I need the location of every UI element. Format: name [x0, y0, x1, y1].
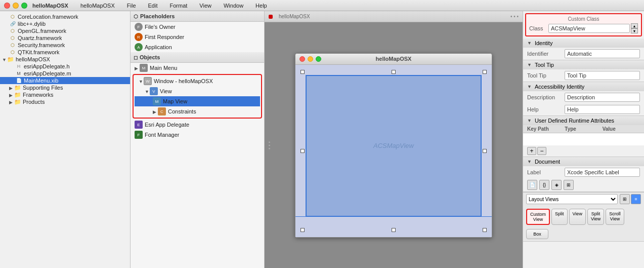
list-btn[interactable]: ≡: [631, 194, 641, 204]
desc-input[interactable]: [565, 93, 640, 102]
maximize-button[interactable]: [21, 3, 27, 9]
tree-label: OpenGL.framework: [18, 28, 66, 34]
tree-item-products[interactable]: ▶ 📁 Products: [0, 98, 130, 105]
objects-icon: ◻: [134, 55, 138, 60]
identifier-input[interactable]: [565, 49, 640, 58]
obj-constraints[interactable]: ▶ C Constraints: [135, 106, 260, 117]
accessibility-header[interactable]: ▼ Accessibility Identity: [523, 82, 644, 91]
triangle-icon[interactable]: ▶: [135, 66, 139, 70]
doc-label-input[interactable]: [565, 168, 640, 177]
resize-handle-left[interactable]: [300, 149, 305, 153]
tree-item-frameworks[interactable]: ▶ 📁 Frameworks: [0, 91, 130, 98]
tooltip-field-label: Tool Tip: [527, 72, 563, 79]
resize-handle-tl[interactable]: [300, 70, 305, 74]
obj-view[interactable]: ▼ V View: [135, 86, 260, 96]
tooltip-header[interactable]: ▼ Tool Tip: [523, 60, 644, 69]
placeholders-header: ⬡ Placeholders: [131, 11, 264, 22]
close-button[interactable]: [4, 3, 10, 9]
class-input[interactable]: [548, 24, 630, 33]
split-btn[interactable]: Split: [551, 209, 568, 225]
tree-item-esrih[interactable]: H esriAppDelegate.h: [0, 63, 130, 70]
doc-icon-page[interactable]: 📄: [527, 180, 537, 190]
doc-icon-3d[interactable]: ◈: [551, 180, 562, 190]
split-view-btn[interactable]: SplitView: [587, 209, 604, 225]
resize-handle-top[interactable]: [392, 70, 396, 74]
esri-icon: E: [135, 121, 143, 129]
user-defined-header[interactable]: ▼ User Defined Runtime Attributes: [523, 116, 644, 125]
add-attribute-btn[interactable]: +: [527, 147, 536, 155]
tree-item-supporting[interactable]: ▶ 📁 Supporting Files: [0, 84, 130, 91]
tree-item-coreloc[interactable]: ⬡ CoreLocation.framework: [0, 13, 130, 20]
triangle-icon[interactable]: ▶: [9, 93, 13, 97]
resize-handle-br[interactable]: [483, 228, 487, 232]
placeholder-firstresponder[interactable]: R First Responder: [131, 32, 264, 42]
menu-icon: M: [140, 64, 148, 72]
obj-mapview[interactable]: M Map View: [135, 96, 260, 106]
remove-attribute-btn[interactable]: −: [537, 147, 546, 155]
identity-header[interactable]: ▼ Identity: [523, 39, 644, 48]
menu-file[interactable]: File: [125, 2, 138, 10]
close-canvas-btn[interactable]: [269, 15, 273, 19]
menu-helomac[interactable]: helloMapOSX: [78, 2, 117, 10]
obj-window[interactable]: ▼ W Window - helloMapOSX: [135, 76, 260, 86]
triangle-icon[interactable]: ▼: [2, 57, 6, 61]
menu-window[interactable]: Window: [222, 2, 245, 10]
grid-btn[interactable]: ⊞: [620, 194, 630, 204]
resize-handle-bl[interactable]: [300, 228, 305, 232]
tree-item-opengl[interactable]: ⬡ OpenGL.framework: [0, 27, 130, 34]
view-btn[interactable]: View: [569, 209, 586, 225]
xib-icon: 📄: [15, 78, 22, 84]
tree-item-hellomac[interactable]: ▼ 📁 helloMapOSX: [0, 56, 130, 63]
triangle-icon[interactable]: ▼: [139, 79, 143, 83]
menu-edit[interactable]: Edit: [146, 2, 160, 10]
layout-views-select[interactable]: Layout Views: [526, 194, 618, 204]
triangle-icon[interactable]: ▼: [145, 89, 149, 93]
triangle-icon[interactable]: ▶: [153, 109, 157, 113]
menu-format[interactable]: Format: [167, 2, 189, 10]
menu-view[interactable]: View: [197, 2, 213, 10]
resize-handle-right[interactable]: [483, 149, 487, 153]
sim-min-btn[interactable]: [308, 56, 313, 62]
resize-handle-tr[interactable]: [483, 70, 487, 74]
triangle-icon[interactable]: ▶: [9, 100, 13, 104]
obj-label: Esri App Delegate: [145, 122, 189, 128]
tooltip-label: Tool Tip: [535, 62, 554, 68]
resize-handle-bottom[interactable]: [392, 228, 396, 232]
doc-icon-grid[interactable]: ⊞: [564, 180, 574, 190]
obj-mainmenu[interactable]: ▶ M Main Menu: [131, 63, 264, 73]
layout-guide: [295, 216, 492, 217]
class-down-btn[interactable]: ▼: [631, 28, 638, 33]
document-header[interactable]: ▼ Document: [523, 157, 644, 166]
box-btn[interactable]: Box: [526, 229, 548, 239]
obj-esriapp[interactable]: E Esri App Delegate: [131, 120, 264, 130]
tree-item-security[interactable]: ⬡ Security.framework: [0, 42, 130, 49]
type-header: Type: [565, 126, 602, 132]
canvas-area: helloMapOSX • • • • • • helloMapOSX: [265, 11, 523, 268]
right-panel: Custom Class Class ▲ ▼ ▼ Identity Id: [523, 11, 644, 268]
scroll-view-btn[interactable]: ScrollView: [606, 209, 624, 225]
class-label: Class: [529, 25, 547, 31]
disc-icon: ▼: [527, 62, 532, 67]
tree-item-qtkit[interactable]: ⬡ QTKit.framework: [0, 49, 130, 56]
help-input[interactable]: [565, 105, 640, 114]
sim-close-btn[interactable]: [299, 56, 305, 62]
minimize-button[interactable]: [13, 3, 19, 9]
placeholder-filesowner[interactable]: F File's Owner: [131, 22, 264, 32]
split-view-label: SplitView: [591, 211, 600, 221]
triangle-icon[interactable]: ▶: [9, 86, 13, 90]
tree-label: Frameworks: [23, 92, 54, 98]
tree-item-quartz[interactable]: ⬡ Quartz.framework: [0, 34, 130, 42]
tooltip-input[interactable]: [565, 71, 640, 80]
sim-max-btn[interactable]: [316, 56, 321, 62]
tree-item-esrim[interactable]: M esriAppDelegate.m: [0, 70, 130, 77]
class-up-btn[interactable]: ▲: [631, 23, 638, 28]
placeholder-application[interactable]: A Application: [131, 42, 264, 52]
doc-icon-code[interactable]: {}: [539, 180, 549, 190]
menu-help[interactable]: Help: [253, 2, 269, 10]
tree-item-libc[interactable]: 🔗 libc++.dylib: [0, 20, 130, 27]
custom-view-btn[interactable]: CustomView: [526, 209, 550, 225]
custom-view-label: CustomView: [530, 212, 546, 222]
tree-item-mainmenu[interactable]: 📄 MainMenu.xib: [0, 77, 130, 84]
folder-icon: 📁: [14, 92, 21, 98]
obj-fontmanager[interactable]: F Font Manager: [131, 130, 264, 140]
